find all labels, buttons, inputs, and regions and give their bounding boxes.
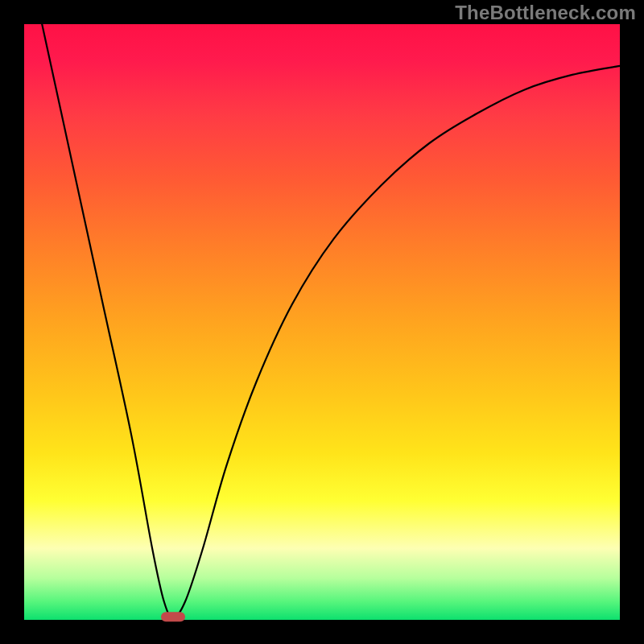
- bottleneck-curve: [42, 24, 620, 617]
- watermark-text: TheBottleneck.com: [455, 2, 636, 24]
- curve-layer: [24, 24, 620, 620]
- optimum-marker: [161, 612, 185, 621]
- chart-frame: TheBottleneck.com: [0, 0, 644, 644]
- plot-area: [24, 24, 620, 620]
